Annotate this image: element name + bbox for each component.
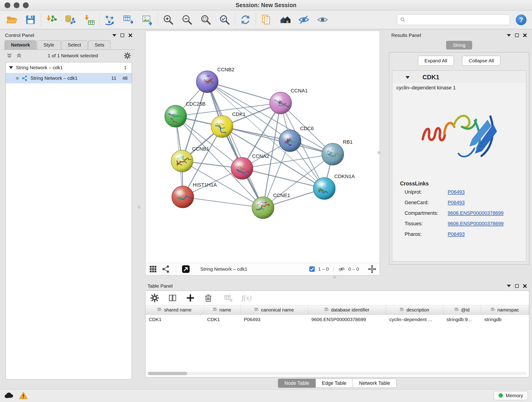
zoom-selected-button[interactable] bbox=[218, 13, 231, 26]
crosslink-link[interactable]: P06493 bbox=[448, 231, 465, 237]
splitter-handle[interactable] bbox=[333, 276, 336, 279]
tab-sets[interactable]: Sets bbox=[88, 40, 111, 50]
network-node-CDKN1A[interactable]: CDKN1A bbox=[313, 173, 355, 200]
network-edge[interactable] bbox=[183, 197, 263, 208]
column-header-name[interactable]: name bbox=[204, 305, 241, 314]
search-input[interactable] bbox=[408, 17, 507, 22]
selected-checkbox-icon[interactable] bbox=[309, 266, 315, 272]
gene-name: CDK1 bbox=[423, 74, 439, 81]
tab-select[interactable]: Select bbox=[61, 40, 88, 50]
warning-icon[interactable] bbox=[19, 392, 27, 399]
memory-button[interactable]: Memory bbox=[494, 391, 528, 400]
maximize-window-button[interactable] bbox=[23, 2, 29, 8]
crosslink-link[interactable]: P06493 bbox=[448, 189, 465, 195]
gear-icon[interactable] bbox=[124, 52, 131, 59]
network-row[interactable]: String Network – cdk1 11 48 bbox=[6, 73, 132, 83]
export-network-button[interactable] bbox=[181, 265, 190, 274]
apply-layout-button[interactable] bbox=[239, 13, 252, 26]
column-header-description[interactable]: description bbox=[386, 305, 443, 314]
tab-string[interactable]: String bbox=[446, 41, 472, 50]
column-header-id[interactable]: @id bbox=[443, 305, 481, 314]
tab-network[interactable]: Network bbox=[5, 40, 36, 50]
network-collection-row[interactable]: String Network – cdk1 1 bbox=[6, 62, 132, 73]
tab-style[interactable]: Style bbox=[37, 40, 61, 50]
network-edge[interactable] bbox=[207, 82, 263, 208]
network-graph[interactable]: CCNB2CCNA1CDC25BCDK1CDC6RB1CCNB1CCNA2CDK… bbox=[146, 31, 380, 263]
zoom-out-button[interactable] bbox=[181, 13, 193, 26]
network-overview-button[interactable] bbox=[279, 13, 291, 26]
statusbar-separator bbox=[176, 266, 176, 273]
tab-edge-table[interactable]: Edge Table bbox=[316, 379, 353, 388]
expand-all-chevrons-icon[interactable] bbox=[6, 53, 12, 59]
expand-all-button[interactable]: Expand All bbox=[418, 56, 454, 66]
table-settings-gear-icon[interactable] bbox=[150, 293, 159, 303]
network-node-HIST1H1A[interactable]: HIST1H1A bbox=[172, 182, 217, 208]
grid-view-button[interactable] bbox=[149, 265, 157, 274]
crosslink-link[interactable]: 9606.ENSP00000378699 bbox=[448, 211, 504, 216]
close-panel-icon[interactable] bbox=[128, 33, 133, 37]
close-panel-icon[interactable] bbox=[523, 284, 527, 288]
collapse-gene-icon[interactable] bbox=[405, 76, 410, 79]
maximize-panel-icon[interactable] bbox=[120, 33, 124, 37]
tab-node-table[interactable]: Node Table bbox=[278, 379, 316, 388]
add-column-plus-icon[interactable] bbox=[186, 293, 195, 303]
table-row[interactable]: CDK1 CDK1 P06493 9606.ENSP00000378699 cy… bbox=[146, 315, 529, 324]
table-panel: Table Panel f(x) bbox=[145, 281, 529, 389]
show-panel-button[interactable] bbox=[317, 13, 329, 26]
network-node-CDK1[interactable]: CDK1 bbox=[211, 111, 245, 138]
save-session-button[interactable] bbox=[24, 13, 37, 26]
navigator-crosshair-icon[interactable] bbox=[368, 265, 376, 274]
crosslink-link[interactable]: 9606.ENSP00000378699 bbox=[448, 221, 504, 227]
network-node-CCNB2[interactable]: CCNB2 bbox=[196, 67, 234, 93]
hidden-eye-slash-icon[interactable] bbox=[338, 266, 345, 273]
float-panel-icon[interactable] bbox=[112, 34, 116, 37]
control-panel: Control Panel Network Style Select Sets … bbox=[3, 31, 135, 389]
network-from-table-button[interactable] bbox=[122, 13, 135, 26]
network-canvas[interactable]: CCNB2CCNA1CDC25BCDK1CDC6RB1CCNB1CCNA2CDK… bbox=[146, 31, 380, 263]
new-network-selection-button[interactable] bbox=[104, 13, 116, 26]
maximize-panel-icon[interactable] bbox=[515, 33, 519, 37]
network-edge[interactable] bbox=[207, 82, 280, 103]
table-tabs: Node Table Edge Table Network Table bbox=[145, 377, 529, 389]
horizontal-scrollbar[interactable] bbox=[148, 372, 527, 375]
close-window-button[interactable] bbox=[5, 2, 10, 8]
export-image-button[interactable] bbox=[141, 13, 153, 26]
tree-expand-icon[interactable] bbox=[9, 66, 13, 69]
import-table-button[interactable] bbox=[83, 13, 95, 26]
open-session-button[interactable] bbox=[6, 13, 18, 26]
column-header-database-identifier[interactable]: database identifier bbox=[308, 305, 386, 314]
column-header-canonical-name[interactable]: canonical name bbox=[241, 305, 308, 314]
collapse-all-button[interactable]: Collapse All bbox=[462, 56, 500, 66]
crosslink-link[interactable]: P06493 bbox=[448, 200, 465, 206]
close-panel-icon[interactable] bbox=[523, 33, 527, 37]
import-network-file-button[interactable] bbox=[45, 13, 57, 26]
float-panel-icon[interactable] bbox=[507, 34, 511, 37]
annotation-button[interactable] bbox=[260, 13, 272, 26]
cloud-icon[interactable] bbox=[4, 392, 14, 399]
zoom-in-icon bbox=[162, 14, 174, 26]
network-row-label: String Network – cdk1 bbox=[31, 75, 77, 81]
zoom-fit-button[interactable] bbox=[200, 13, 212, 26]
column-header-namespace[interactable]: namespac bbox=[481, 305, 529, 314]
collapse-all-chevrons-icon[interactable] bbox=[16, 53, 22, 59]
splitter-handle[interactable] bbox=[378, 151, 380, 154]
zoom-out-icon bbox=[181, 14, 193, 26]
memory-label: Memory bbox=[506, 393, 523, 398]
scrollbar-thumb[interactable] bbox=[148, 372, 187, 375]
help-button[interactable]: ? bbox=[516, 14, 526, 25]
hide-panel-button[interactable] bbox=[298, 13, 310, 26]
minimize-window-button[interactable] bbox=[14, 2, 19, 8]
splitter-handle[interactable] bbox=[138, 206, 141, 209]
maximize-panel-icon[interactable] bbox=[515, 284, 519, 288]
network-node-CCNA1[interactable]: CCNA1 bbox=[270, 88, 308, 114]
zoom-in-button[interactable] bbox=[162, 13, 174, 26]
tab-network-table[interactable]: Network Table bbox=[353, 379, 397, 388]
network-share-button[interactable] bbox=[162, 265, 170, 274]
float-panel-icon[interactable] bbox=[507, 285, 511, 287]
delete-column-trash-icon[interactable] bbox=[204, 293, 213, 303]
show-columns-icon[interactable] bbox=[168, 293, 177, 303]
network-node-RB1[interactable]: RB1 bbox=[322, 139, 353, 165]
network-edge[interactable] bbox=[222, 127, 333, 154]
import-network-database-button[interactable] bbox=[64, 13, 76, 26]
column-header-shared-name[interactable]: shared name bbox=[146, 305, 204, 314]
